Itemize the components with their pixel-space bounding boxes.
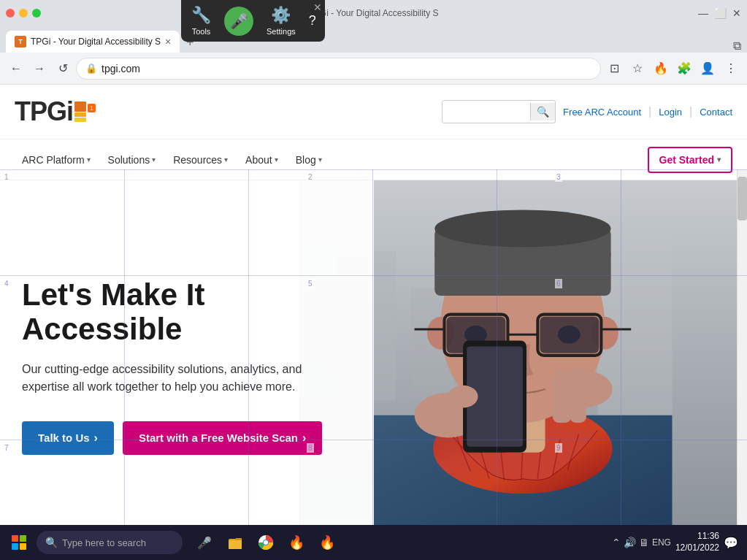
svg-rect-38	[229, 540, 242, 549]
taskbar-flame-1[interactable]: 🔥	[282, 528, 311, 557]
site-header: TPGi 1 🔍 Free ARC Account | Login | Cont…	[0, 85, 747, 139]
hero-section: Let's Make It Accessible Our cutting-edg…	[0, 180, 747, 538]
logo-badge: 1	[88, 104, 96, 112]
logo-text: TPGi	[15, 96, 73, 127]
svg-point-41	[264, 540, 268, 545]
tray-time-value: 11:36	[675, 531, 719, 542]
taskbar-search-box[interactable]: 🔍 Type here to search	[37, 531, 183, 554]
restore-window-icon[interactable]: ⧉	[733, 39, 741, 53]
lock-icon: 🔒	[85, 63, 97, 74]
free-arc-link[interactable]: Free ARC Account	[563, 107, 641, 118]
tools-extension-btn[interactable]: 🔧 Tools	[187, 3, 215, 39]
tray-date-value: 12/01/2022	[675, 542, 719, 554]
header-right: 🔍 Free ARC Account | Login | Contact	[442, 100, 732, 123]
website-content: 1 2 3 4 5 6 7 8 9 TPGi 1 🔍	[0, 85, 747, 560]
search-button[interactable]: 🔍	[530, 103, 555, 120]
url-text: tpgi.com	[101, 63, 591, 74]
tab-bar: T TPGi - Your Digital Accessibility S × …	[0, 26, 747, 53]
settings-label: Settings	[267, 27, 296, 36]
scrollbar-track[interactable]	[737, 169, 747, 560]
hero-buttons: Talk to Us › Start with a Free Website S…	[22, 421, 359, 455]
help-extension-btn[interactable]: ?	[306, 10, 319, 31]
tray-up-arrow-icon[interactable]: ⌃	[612, 537, 621, 548]
tray-speaker-icon[interactable]: 🔊	[624, 537, 636, 548]
taskbar-tray: ⌃ 🔊 🖥 ENG 11:36 12/01/2022 💬	[606, 531, 744, 553]
settings-icon: ⚙️	[271, 6, 291, 25]
get-started-button[interactable]: Get Started ▾	[648, 147, 732, 173]
taskbar-search-placeholder: Type here to search	[62, 537, 146, 548]
start-button[interactable]	[3, 526, 35, 559]
free-website-scan-button[interactable]: Start with a Free Website Scan ›	[123, 421, 322, 455]
tools-label: Tools	[192, 27, 211, 36]
account-button[interactable]: 👤	[697, 58, 718, 79]
tray-clock[interactable]: 11:36 12/01/2022	[675, 531, 719, 553]
tab-close-button[interactable]: ×	[165, 36, 171, 47]
browser-chrome: TPGi - Your Digital Accessibility S — ⬜ …	[0, 0, 747, 85]
browser-toolbar: ← → ↺ 🔒 tpgi.com ⊡ ☆ 🔥 🧩 👤 ⋮	[0, 53, 747, 85]
arc-platform-chevron: ▾	[87, 156, 91, 164]
chrome-icon	[258, 534, 274, 551]
nav-resources[interactable]: Resources ▾	[166, 148, 235, 172]
forward-button[interactable]: →	[29, 58, 50, 79]
tab-favicon: T	[15, 36, 26, 47]
talk-to-us-button[interactable]: Talk to Us ›	[22, 421, 114, 455]
menu-button[interactable]: ⋮	[721, 58, 741, 79]
hero-subtitle: Our cutting-edge accessibility solutions…	[22, 361, 329, 396]
back-button[interactable]: ←	[6, 58, 26, 79]
svg-point-18	[434, 210, 610, 247]
settings-extension-btn[interactable]: ⚙️ Settings	[262, 3, 300, 39]
logo[interactable]: TPGi 1	[15, 96, 96, 127]
main-nav: ARC Platform ▾ Solutions ▾ Resources ▾ A…	[0, 139, 747, 180]
get-started-chevron: ▾	[717, 156, 721, 164]
taskbar-chrome[interactable]	[251, 528, 280, 557]
extension-overlay: 🔧 Tools 🎤 ⚙️ Settings ? ✕	[181, 0, 325, 42]
restore-icon[interactable]: ⬜	[714, 7, 727, 19]
scrollbar-thumb[interactable]	[738, 177, 747, 220]
nav-solutions[interactable]: Solutions ▾	[101, 148, 164, 172]
close-icon[interactable]: ✕	[732, 7, 741, 19]
mic-icon: 🎤	[224, 7, 253, 36]
reload-button[interactable]: ↺	[53, 58, 73, 79]
mic-extension-btn[interactable]: 🎤	[221, 4, 256, 39]
nav-arc-platform[interactable]: ARC Platform ▾	[15, 148, 98, 172]
tools-icon: 🔧	[191, 6, 211, 25]
windows-icon	[12, 535, 26, 550]
nav-items: ARC Platform ▾ Solutions ▾ Resources ▾ A…	[15, 148, 648, 172]
hero-content: Let's Make It Accessible Our cutting-edg…	[0, 180, 374, 538]
address-bar[interactable]: 🔒 tpgi.com	[76, 58, 601, 80]
close-extension-button[interactable]: ✕	[313, 1, 322, 13]
svg-point-29	[558, 326, 581, 344]
flame-button[interactable]: 🔥	[651, 58, 671, 79]
tray-lang[interactable]: ENG	[652, 537, 671, 548]
cast-button[interactable]: ⊡	[604, 58, 624, 79]
tray-notification-icon[interactable]: 💬	[724, 536, 738, 550]
about-chevron: ▾	[275, 156, 278, 164]
solutions-chevron: ▾	[152, 156, 156, 164]
scan-arrow-icon: ›	[302, 431, 306, 445]
taskbar-flame-2[interactable]: 🔥	[313, 528, 342, 557]
nav-blog[interactable]: Blog ▾	[288, 148, 329, 172]
contact-link[interactable]: Contact	[700, 107, 732, 118]
search-input[interactable]	[443, 104, 530, 120]
blog-chevron: ▾	[318, 156, 322, 164]
tray-icons: ⌃ 🔊 🖥 ENG	[612, 537, 671, 548]
login-link[interactable]: Login	[659, 107, 682, 118]
taskbar-items: 🎤 🔥 🔥	[184, 528, 605, 557]
tab-title: TPGi - Your Digital Accessibility S	[31, 37, 161, 47]
svg-point-36	[448, 386, 478, 408]
resources-chevron: ▾	[224, 156, 228, 164]
tray-network-icon[interactable]: 🖥	[639, 537, 649, 548]
svg-rect-35	[570, 367, 587, 423]
title-bar: TPGi - Your Digital Accessibility S — ⬜ …	[0, 0, 747, 26]
minimize-icon[interactable]: —	[698, 7, 708, 19]
extensions-button[interactable]: 🧩	[674, 58, 694, 79]
svg-rect-34	[553, 370, 572, 423]
taskbar-file-explorer[interactable]	[221, 528, 250, 557]
hero-title: Let's Make It Accessible	[22, 278, 359, 345]
bookmark-button[interactable]: ☆	[627, 58, 648, 79]
browser-tab[interactable]: T TPGi - Your Digital Accessibility S ×	[6, 31, 180, 53]
taskbar: 🔍 Type here to search 🎤 🔥 🔥	[0, 525, 747, 560]
nav-about[interactable]: About ▾	[238, 148, 286, 172]
taskbar-mic-button[interactable]: 🎤	[190, 528, 219, 557]
search-box[interactable]: 🔍	[442, 100, 556, 123]
